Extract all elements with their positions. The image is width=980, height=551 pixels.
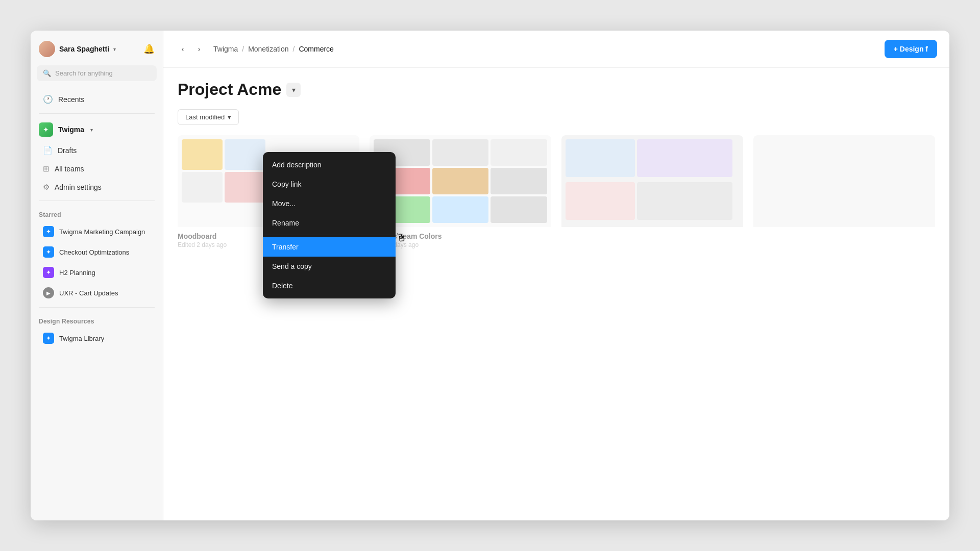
starred-icon-checkout: ✦ bbox=[43, 246, 54, 258]
project-title-row: Project Acme ▾ bbox=[178, 80, 935, 99]
sidebar-item-drafts[interactable]: 📄 Drafts bbox=[35, 142, 159, 159]
user-name: Sara Spaghetti bbox=[59, 45, 109, 53]
user-info[interactable]: Sara Spaghetti ▾ bbox=[39, 41, 116, 57]
filter-chevron-icon: ▾ bbox=[228, 113, 231, 121]
breadcrumb-commerce[interactable]: Commerce bbox=[299, 45, 333, 53]
sidebar-divider-3 bbox=[39, 307, 155, 308]
sidebar-divider-1 bbox=[39, 113, 155, 114]
color-swatch-9 bbox=[491, 196, 547, 223]
starred-label-uxr: UXR - Cart Updates bbox=[59, 289, 118, 297]
admin-settings-label: Admin settings bbox=[55, 183, 102, 191]
project-dropdown-icon[interactable]: ▾ bbox=[286, 83, 301, 97]
all-teams-label: All teams bbox=[55, 165, 84, 173]
team-icon: ✦ bbox=[39, 122, 53, 137]
design-file-button[interactable]: + Design f bbox=[885, 40, 937, 58]
team-name: Twigma bbox=[58, 126, 84, 134]
page-body: Project Acme ▾ Last modified ▾ bbox=[163, 68, 949, 520]
admin-settings-icon: ⚙ bbox=[43, 183, 50, 192]
starred-label-h2: H2 Planning bbox=[59, 269, 95, 277]
thumb-piece-4 bbox=[637, 182, 732, 220]
menu-label-move: Move... bbox=[272, 199, 296, 208]
breadcrumb-twigma[interactable]: Twigma bbox=[213, 45, 238, 53]
design-resources-section-title: Design Resources bbox=[31, 312, 163, 328]
menu-label-send-copy: Send a copy bbox=[272, 262, 312, 270]
user-chevron-icon: ▾ bbox=[113, 46, 116, 52]
file-info-team-colors: Ryhan's Team Colors Edited 2 days ago bbox=[370, 227, 551, 248]
color-swatch-3 bbox=[491, 139, 547, 166]
file-name-team-colors: Ryhan's Team Colors bbox=[370, 232, 551, 240]
color-swatch-6 bbox=[491, 168, 547, 194]
file-card-4[interactable] bbox=[753, 135, 935, 248]
starred-section-title: Starred bbox=[31, 205, 163, 221]
starred-item-h2-planning[interactable]: ✦ H2 Planning bbox=[35, 263, 159, 282]
avatar-image bbox=[39, 41, 55, 57]
starred-icon-uxr: ▶ bbox=[43, 287, 54, 298]
notification-bell-icon[interactable]: 🔔 bbox=[143, 43, 155, 55]
file-thumb-team-colors bbox=[370, 135, 551, 227]
sidebar: Sara Spaghetti ▾ 🔔 🔍 Search for anything… bbox=[31, 31, 163, 520]
starred-label-library: Twigma Library bbox=[59, 335, 104, 342]
all-teams-icon: ⊞ bbox=[43, 164, 50, 173]
starred-item-twigma-library[interactable]: ✦ Twigma Library bbox=[35, 329, 159, 348]
app-window: Sara Spaghetti ▾ 🔔 🔍 Search for anything… bbox=[31, 31, 949, 520]
breadcrumb-sep-1: / bbox=[242, 45, 244, 53]
breadcrumb-monetization[interactable]: Monetization bbox=[248, 45, 288, 53]
color-swatch-5 bbox=[432, 168, 489, 194]
starred-item-twigma-marketing[interactable]: ✦ Twigma Marketing Campaign bbox=[35, 222, 159, 241]
file-thumb-4 bbox=[753, 135, 935, 227]
thumb-piece-1 bbox=[566, 139, 635, 177]
file-info-3 bbox=[561, 227, 743, 232]
thumb-piece-3 bbox=[566, 182, 635, 220]
starred-icon-library: ✦ bbox=[43, 333, 54, 344]
team-row[interactable]: ✦ Twigma ▾ bbox=[31, 118, 163, 141]
drafts-label: Drafts bbox=[58, 146, 77, 155]
menu-label-rename: Rename bbox=[272, 219, 299, 227]
menu-item-copy-link[interactable]: Copy link bbox=[263, 174, 396, 194]
menu-item-add-description[interactable]: Add description bbox=[263, 155, 396, 174]
file-card-team-colors[interactable]: Ryhan's Team Colors Edited 2 days ago bbox=[370, 135, 551, 248]
sidebar-item-all-teams[interactable]: ⊞ All teams bbox=[35, 160, 159, 178]
last-modified-filter[interactable]: Last modified ▾ bbox=[178, 109, 239, 125]
sidebar-item-admin-settings[interactable]: ⚙ Admin settings bbox=[35, 179, 159, 196]
file-thumb-3 bbox=[561, 135, 743, 227]
forward-button[interactable]: › bbox=[192, 42, 206, 56]
search-bar[interactable]: 🔍 Search for anything bbox=[37, 65, 157, 81]
thumb-piece-2 bbox=[637, 139, 732, 177]
menu-label-add-description: Add description bbox=[272, 161, 322, 169]
top-bar: ‹ › Twigma / Monetization / Commerce + D… bbox=[163, 31, 949, 68]
menu-label-copy-link: Copy link bbox=[272, 180, 302, 188]
main-content: ‹ › Twigma / Monetization / Commerce + D… bbox=[163, 31, 949, 520]
menu-item-delete[interactable]: Delete bbox=[263, 276, 396, 295]
starred-label-twigma: Twigma Marketing Campaign bbox=[59, 228, 145, 236]
starred-icon-h2: ✦ bbox=[43, 267, 54, 278]
starred-label-checkout: Checkout Optimizations bbox=[59, 248, 129, 256]
context-menu: Add description Copy link Move... Rename… bbox=[263, 152, 396, 298]
breadcrumb: ‹ › Twigma / Monetization / Commerce bbox=[176, 42, 334, 56]
starred-item-checkout-optimizations[interactable]: ✦ Checkout Optimizations bbox=[35, 242, 159, 262]
search-icon: 🔍 bbox=[43, 69, 51, 77]
sidebar-header: Sara Spaghetti ▾ 🔔 bbox=[31, 31, 163, 65]
color-swatch-8 bbox=[432, 196, 489, 223]
menu-item-transfer[interactable]: Transfer bbox=[263, 237, 396, 257]
recents-label: Recents bbox=[58, 95, 84, 104]
file-edit-team-colors: Edited 2 days ago bbox=[370, 241, 551, 248]
project-title: Project Acme bbox=[178, 80, 281, 99]
menu-item-rename[interactable]: Rename bbox=[263, 213, 396, 233]
starred-item-uxr-cart-updates[interactable]: ▶ UXR - Cart Updates bbox=[35, 283, 159, 303]
filter-row: Last modified ▾ bbox=[178, 109, 935, 125]
search-input-placeholder: Search for anything bbox=[55, 69, 113, 77]
file-card-3[interactable] bbox=[561, 135, 743, 248]
menu-divider bbox=[263, 235, 396, 235]
avatar bbox=[39, 41, 55, 57]
back-button[interactable]: ‹ bbox=[176, 42, 190, 56]
sidebar-divider-2 bbox=[39, 201, 155, 201]
menu-label-delete: Delete bbox=[272, 282, 292, 290]
menu-item-send-copy[interactable]: Send a copy bbox=[263, 257, 396, 276]
drafts-icon: 📄 bbox=[43, 146, 53, 155]
clock-icon: 🕐 bbox=[43, 94, 53, 104]
menu-item-move[interactable]: Move... bbox=[263, 194, 396, 213]
breadcrumb-nav: ‹ › bbox=[176, 42, 206, 56]
sidebar-item-recents[interactable]: 🕐 Recents bbox=[35, 90, 159, 109]
menu-label-transfer: Transfer bbox=[272, 243, 299, 251]
color-swatch-2 bbox=[432, 139, 489, 166]
